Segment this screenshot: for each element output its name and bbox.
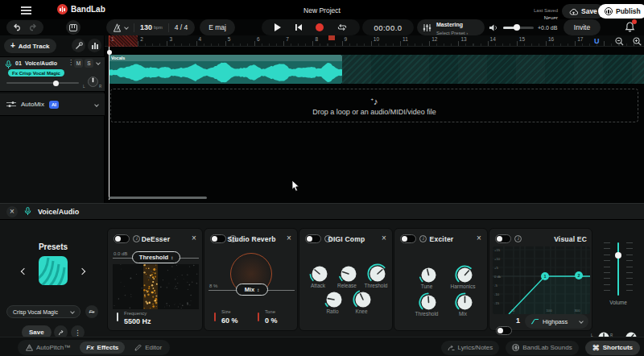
tab-effects[interactable]: Fx Effects xyxy=(80,342,125,354)
lyrics-notes-button[interactable]: Lyrics/Notes xyxy=(441,341,500,355)
project-title[interactable]: New Project xyxy=(303,6,341,14)
remove-effect-icon[interactable]: × xyxy=(192,234,196,242)
bar-ruler[interactable]: 1234567891011121314151617 xyxy=(105,35,644,47)
mastering-button[interactable]: Mastering Select Preset › xyxy=(417,19,485,35)
remove-effect-icon[interactable]: × xyxy=(382,234,386,242)
volume-slider-knob[interactable] xyxy=(514,24,520,31)
ruler-bar-label: 14 xyxy=(490,36,496,42)
menu-icon[interactable] xyxy=(21,6,31,14)
master-volume-slider[interactable] xyxy=(503,27,534,29)
fx-bypass-button[interactable]: Fx xyxy=(85,305,98,318)
ruler-bar-label: 15 xyxy=(519,36,525,42)
reverb-mix-slider[interactable]: Mix↕ xyxy=(236,284,268,296)
volume-ticks-right xyxy=(626,242,633,296)
tune-knob[interactable] xyxy=(419,265,439,285)
plus-icon: + xyxy=(10,42,15,50)
zoom-out-button[interactable] xyxy=(615,37,624,46)
playhead[interactable] xyxy=(109,47,109,200)
svg-text:+15: +15 xyxy=(494,248,501,252)
add-track-button[interactable]: + Add Track xyxy=(4,39,56,53)
notifications-button[interactable] xyxy=(625,21,635,32)
tone-value[interactable]: 0 % xyxy=(265,317,278,325)
size-slider[interactable] xyxy=(214,313,216,321)
preset-next-icon[interactable] xyxy=(79,268,85,275)
tone-slider[interactable] xyxy=(258,313,259,321)
comp-threshold-knob[interactable] xyxy=(367,263,388,284)
eq-graph[interactable]: +15+10+50 db-5-10-152010030012 xyxy=(493,246,590,314)
filter-type-dropdown[interactable]: Highpass xyxy=(525,314,588,329)
speaker-icon[interactable] xyxy=(489,23,499,32)
size-value[interactable]: 60 % xyxy=(221,317,238,325)
preset-artwork[interactable] xyxy=(39,256,68,285)
preset-prev-icon[interactable] xyxy=(21,268,27,275)
invite-button[interactable]: Invite xyxy=(564,19,601,35)
tab-autopitch[interactable]: AutoPitch™ xyxy=(26,344,70,351)
timeline-canvas[interactable]: 1234567891011121314151617 U Vocals +♪ Dr… xyxy=(105,35,644,203)
cable-tools-button[interactable] xyxy=(72,39,85,52)
pan-left-label: L xyxy=(83,85,85,89)
redo-icon[interactable] xyxy=(28,23,37,31)
loop-button[interactable] xyxy=(337,23,347,31)
track-volume-slider[interactable] xyxy=(6,82,79,84)
track-menu-icon[interactable]: ⋮ xyxy=(68,59,74,66)
exciter-mix-knob[interactable] xyxy=(455,292,475,313)
preset-dropdown[interactable]: Crisp Vocal Magic xyxy=(6,305,80,318)
track-header-voice-audio[interactable]: 01 Voice/Audio ⋮ M S Fx Crisp Vocal Magi… xyxy=(0,56,105,92)
playhead-handle[interactable] xyxy=(107,50,112,55)
zoom-in-button[interactable] xyxy=(633,37,642,46)
channel-volume-knob[interactable] xyxy=(615,252,621,259)
ratio-knob[interactable] xyxy=(324,289,345,310)
ruler-bar-label: 4 xyxy=(199,36,202,42)
cable-icon xyxy=(75,42,83,50)
play-button[interactable] xyxy=(275,23,281,31)
record-end-marker[interactable] xyxy=(328,35,335,40)
ai-badge: AI xyxy=(49,101,59,109)
publish-button[interactable]: Publish xyxy=(598,4,644,19)
undo-icon[interactable] xyxy=(13,23,22,31)
channel-volume-slider[interactable] xyxy=(617,242,619,296)
skip-to-start-button[interactable] xyxy=(295,23,303,31)
frequency-label: Frequency xyxy=(124,311,147,316)
ruler-bar-label: 10 xyxy=(374,36,379,42)
top-bar: BandLab New Project Last Saved Never Sav… xyxy=(0,0,644,19)
eq-band-toggle[interactable] xyxy=(496,326,512,335)
svg-text:+5: +5 xyxy=(494,266,498,270)
automix-row[interactable]: AutoMix AI xyxy=(0,93,105,116)
patterns-button[interactable] xyxy=(88,39,101,52)
horizontal-scrollbar[interactable] xyxy=(109,197,207,199)
knee-knob[interactable] xyxy=(353,289,374,310)
close-panel-button[interactable]: × xyxy=(6,206,18,217)
attack-knob[interactable] xyxy=(309,263,330,284)
remove-effect-icon[interactable]: × xyxy=(287,234,291,242)
metronome-button[interactable] xyxy=(113,23,128,32)
region-loop-ghost[interactable] xyxy=(342,55,644,84)
bandlab-sounds-button[interactable]: BandLab Sounds xyxy=(506,341,578,355)
frequency-slider[interactable] xyxy=(117,313,118,321)
bandlab-logo-icon[interactable] xyxy=(57,4,68,14)
waveform xyxy=(109,61,342,84)
solo-button[interactable]: S xyxy=(85,59,93,68)
bandlab-studio-window: BandLab New Project Last Saved Never Sav… xyxy=(0,0,644,356)
track-volume-knob[interactable] xyxy=(53,81,59,86)
fx-preset-chip[interactable]: Fx Crisp Vocal Magic xyxy=(8,69,64,77)
exciter-threshold-knob[interactable] xyxy=(419,292,439,313)
tab-editor[interactable]: Editor xyxy=(134,344,162,351)
remove-effect-icon[interactable]: × xyxy=(477,234,481,242)
vocals-audio-region[interactable]: Vocals xyxy=(109,55,342,84)
time-signature[interactable]: 4 / 4 xyxy=(175,23,188,31)
track-collapse-icon[interactable] xyxy=(96,60,101,65)
instrument-keys-button[interactable] xyxy=(66,20,80,35)
key-button[interactable]: E maj xyxy=(200,19,235,35)
shortcuts-button[interactable]: ⌘ Shortcuts xyxy=(585,341,640,355)
release-knob[interactable] xyxy=(338,263,359,284)
mute-button[interactable]: M xyxy=(74,59,83,68)
size-label: Size xyxy=(221,309,231,314)
record-button[interactable] xyxy=(316,23,324,31)
deesser-threshold-slider[interactable]: Threshold↕ xyxy=(132,251,180,263)
frequency-value[interactable]: 5500 Hz xyxy=(124,317,151,325)
automix-collapse-icon[interactable] xyxy=(94,102,99,107)
bpm-control[interactable]: 130 bpm xyxy=(140,23,163,31)
harmonics-knob[interactable] xyxy=(455,265,475,285)
drop-zone[interactable]: +♪ Drop a loop or an audio/MIDI/video fi… xyxy=(110,89,638,122)
snap-magnet-toggle[interactable]: U xyxy=(594,37,600,45)
